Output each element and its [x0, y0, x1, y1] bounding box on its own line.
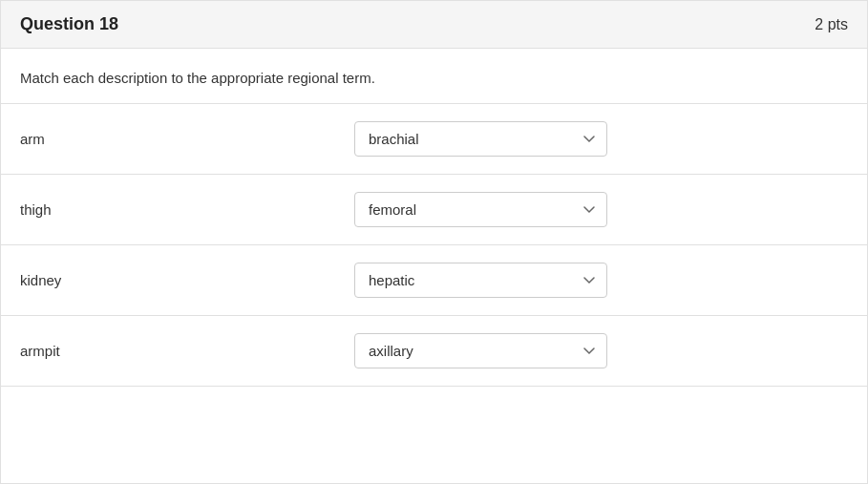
- select-thigh[interactable]: brachialfemoralhepaticaxillaryrenalcepha…: [354, 192, 607, 227]
- label-arm: arm: [20, 131, 354, 147]
- select-armpit[interactable]: brachialfemoralhepaticaxillaryrenalcepha…: [354, 333, 607, 368]
- match-row-thigh: thighbrachialfemoralhepaticaxillaryrenal…: [1, 175, 867, 245]
- label-thigh: thigh: [20, 201, 354, 218]
- rows-container: armbrachialfemoralhepaticaxillaryrenalce…: [1, 104, 867, 387]
- question-points: 2 pts: [815, 16, 848, 33]
- label-kidney: kidney: [20, 272, 354, 288]
- label-armpit: armpit: [20, 343, 354, 359]
- select-kidney[interactable]: brachialfemoralhepaticaxillaryrenalcepha…: [354, 263, 607, 298]
- match-row-arm: armbrachialfemoralhepaticaxillaryrenalce…: [1, 104, 867, 175]
- match-row-kidney: kidneybrachialfemoralhepaticaxillaryrena…: [1, 245, 867, 316]
- question-container: Question 18 2 pts Match each description…: [0, 0, 868, 484]
- question-header: Question 18 2 pts: [1, 1, 867, 49]
- select-arm[interactable]: brachialfemoralhepaticaxillaryrenalcepha…: [354, 121, 607, 157]
- question-instructions: Match each description to the appropriat…: [1, 49, 867, 104]
- match-row-armpit: armpitbrachialfemoralhepaticaxillaryrena…: [1, 316, 867, 387]
- question-title: Question 18: [20, 14, 118, 34]
